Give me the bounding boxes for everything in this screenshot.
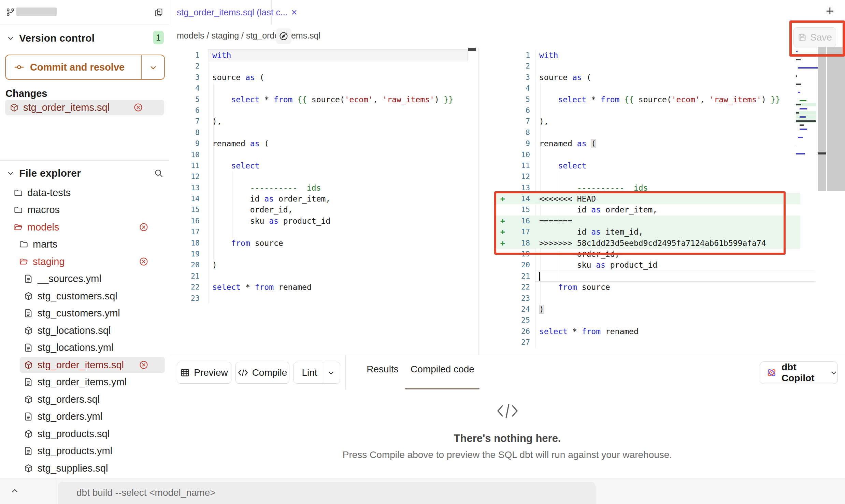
code-line-4[interactable]: 4 — [170, 83, 478, 94]
code-line-4[interactable]: 4 — [478, 83, 845, 94]
code-line-1[interactable]: 1with — [170, 50, 478, 61]
file-explorer-item-stg-products-yml[interactable]: stg_products.yml — [0, 443, 170, 460]
file-explorer-item-stg-order-items-yml[interactable]: stg_order_items.yml — [0, 374, 170, 391]
save-button[interactable]: Save — [793, 27, 836, 47]
preview-button[interactable]: Preview — [177, 362, 231, 384]
code-line-12[interactable]: 12 — [478, 171, 845, 182]
discard-change-icon[interactable] — [139, 257, 148, 266]
code-line-18[interactable]: +18>>>>>>> 58c1dd23d5eebd9cd2495fa7124ab… — [478, 238, 845, 249]
commit-and-resolve-button[interactable]: Commit and resolve — [5, 55, 165, 80]
code-line-5[interactable]: 5 select * from {{ source('ecom', 'raw_i… — [478, 94, 845, 105]
code-line-9[interactable]: 9renamed as ( — [170, 138, 478, 149]
lint-button[interactable]: Lint — [293, 362, 340, 384]
code-line-1[interactable]: 1with — [478, 50, 845, 61]
lint-dropdown-chevron-icon[interactable] — [323, 369, 339, 376]
code-line-2[interactable]: 2 — [478, 61, 845, 72]
command-input[interactable]: dbt build --select <model_name> — [58, 482, 596, 504]
code-line-19[interactable]: 19 order_id, — [478, 249, 845, 260]
code-line-11[interactable]: 11 select — [170, 160, 478, 171]
tab-close-icon[interactable]: × — [291, 7, 297, 17]
lineage-compass-icon[interactable] — [276, 28, 291, 44]
compile-button[interactable]: Compile — [235, 362, 289, 384]
code-line-20[interactable]: 20 sku as product_id — [478, 260, 845, 270]
code-line-3[interactable]: 3source as ( — [478, 72, 845, 83]
code-line-19[interactable]: 19 — [170, 249, 478, 260]
code-line-26[interactable]: 26select * from renamed — [478, 326, 845, 337]
git-branch-icon[interactable] — [6, 8, 15, 17]
code-line-12[interactable]: 12 — [170, 171, 478, 182]
file-explorer-item-data-tests[interactable]: data-tests — [0, 184, 170, 202]
version-control-header[interactable]: Version control 1 — [0, 31, 170, 46]
code-line-22[interactable]: 22 from source — [478, 282, 845, 293]
tab-results[interactable]: Results — [364, 364, 401, 375]
code-line-2[interactable]: 2 — [170, 61, 478, 72]
file-explorer-item-stg-customers-yml[interactable]: stg_customers.yml — [0, 305, 170, 322]
code-line-14[interactable]: 14 id as order_item, — [170, 193, 478, 204]
file-explorer-item-stg-locations-yml[interactable]: stg_locations.yml — [0, 339, 170, 357]
code-line-23[interactable]: 23 — [478, 293, 845, 304]
code-line-21[interactable]: 21 — [170, 271, 478, 282]
code-line-7[interactable]: 7), — [478, 116, 845, 127]
file-explorer-item-macros[interactable]: macros — [0, 202, 170, 219]
code-line-20[interactable]: 20) — [170, 260, 478, 270]
code-line-18[interactable]: 18 from source — [170, 238, 478, 249]
file-explorer-item-stg-customers-sql[interactable]: stg_customers.sql — [0, 287, 170, 305]
line-number: 6 — [478, 105, 530, 116]
code-line-8[interactable]: 8 — [478, 127, 845, 138]
tab-stg-order-items[interactable]: stg_order_items.sql (last c... × — [171, 0, 272, 25]
file-explorer-item-stg-locations-sql[interactable]: stg_locations.sql — [0, 322, 170, 339]
code-line-6[interactable]: 6 — [478, 105, 845, 116]
code-line-8[interactable]: 8 — [170, 127, 478, 138]
code-line-23[interactable]: 23 — [170, 293, 478, 304]
file-explorer-item-stg-supplies-sql[interactable]: stg_supplies.sql — [0, 460, 170, 477]
discard-change-icon[interactable] — [139, 222, 148, 232]
code-line-24[interactable]: 24) — [478, 304, 845, 315]
chevron-down-icon[interactable] — [7, 169, 14, 177]
tab-compiled-code[interactable]: Compiled code — [406, 364, 479, 375]
code-line-3[interactable]: 3source as ( — [170, 72, 478, 83]
code-line-6[interactable]: 6 — [170, 105, 478, 116]
table-icon — [180, 368, 190, 377]
code-line-22[interactable]: 22select * from renamed — [170, 282, 478, 293]
commit-dropdown-chevron-icon[interactable] — [149, 63, 157, 72]
code-line-13[interactable]: 13 ---------- ids — [478, 182, 845, 193]
file-explorer-item-stg-order-items-sql[interactable]: stg_order_items.sql — [0, 356, 170, 374]
code-line-7[interactable]: 7), — [170, 116, 478, 127]
editor-pane-modified[interactable]: 1with23source as (45 select * from {{ so… — [478, 48, 845, 355]
code-line-16[interactable]: +16======= — [478, 216, 845, 226]
code-line-15[interactable]: 15 id as order_item, — [478, 204, 845, 215]
code-line-13[interactable]: 13 ---------- ids — [170, 182, 478, 193]
search-icon[interactable] — [154, 168, 163, 178]
new-tab-button[interactable]: + — [826, 3, 834, 19]
file-explorer-item--sources-yml[interactable]: __sources.yml — [0, 270, 170, 288]
editor-pane-original[interactable]: 1with23source as (45 select * from {{ so… — [170, 48, 478, 355]
discard-change-icon[interactable] — [139, 360, 148, 370]
discard-change-icon[interactable] — [133, 103, 143, 112]
code-line-10[interactable]: 10 — [478, 149, 845, 160]
copy-icon[interactable] — [154, 8, 163, 17]
expand-command-panel-icon[interactable] — [10, 487, 19, 495]
file-explorer-item-stg-orders-sql[interactable]: stg_orders.sql — [0, 391, 170, 408]
changed-file-row[interactable]: stg_order_items.sql — [5, 100, 164, 115]
code-line-10[interactable]: 10 — [170, 149, 478, 160]
code-line-17[interactable]: +17 id as item_id, — [478, 226, 845, 237]
code-line-27[interactable]: 27 — [478, 337, 845, 348]
file-explorer-item-marts[interactable]: marts — [0, 236, 170, 253]
chevron-down-icon[interactable] — [7, 34, 14, 42]
code-line-21[interactable]: 21 — [478, 271, 845, 282]
left-pane-scrollbar-thumb[interactable] — [468, 48, 476, 51]
file-explorer-item-stg-products-sql[interactable]: stg_products.sql — [0, 425, 170, 443]
dbt-copilot-button[interactable]: dbt Copilot — [760, 361, 838, 384]
code-line-14[interactable]: +14<<<<<<< HEAD — [478, 193, 845, 204]
code-line-15[interactable]: 15 order_id, — [170, 204, 478, 215]
code-line-11[interactable]: 11 select — [478, 160, 845, 171]
code-line-25[interactable]: 25 — [478, 315, 845, 326]
file-explorer-item-models[interactable]: models — [0, 219, 170, 236]
file-explorer-item-stg-orders-yml[interactable]: stg_orders.yml — [0, 408, 170, 426]
file-explorer-item-staging[interactable]: staging — [0, 253, 170, 270]
code-line-5[interactable]: 5 select * from {{ source('ecom', 'raw_i… — [170, 94, 478, 105]
code-line-9[interactable]: 9renamed as ( — [478, 138, 845, 149]
code-line-17[interactable]: 17 — [170, 226, 478, 237]
file-explorer-header[interactable]: File explorer — [0, 166, 170, 181]
code-line-16[interactable]: 16 sku as product_id — [170, 216, 478, 226]
